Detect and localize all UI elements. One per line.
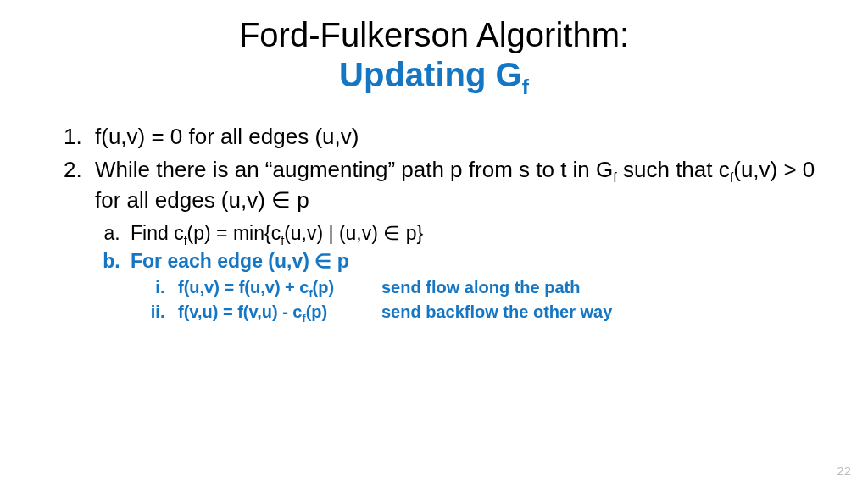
note-ii: send backflow the other way bbox=[381, 302, 612, 321]
step-2b-ii: f(v,u) = f(v,u) - cf(p)send backflow the… bbox=[170, 301, 817, 324]
step-2b-i: f(u,v) = f(u,v) + cf(p)send flow along t… bbox=[170, 276, 817, 299]
slide-body: f(u,v) = 0 for all edges (u,v) While the… bbox=[51, 122, 817, 323]
slide: Ford-Fulkerson Algorithm: Updating Gf f(… bbox=[0, 0, 868, 488]
step-2b: For each edge (u,v) ∈ p f(u,v) = f(u,v) … bbox=[125, 248, 817, 324]
title-line1: Ford-Fulkerson Algorithm: bbox=[239, 16, 629, 53]
step-2: While there is an “augmenting” path p fr… bbox=[88, 155, 817, 323]
step-2a: Find cf(p) = min{cf(u,v) | (u,v) ∈ p} bbox=[125, 220, 817, 247]
eq-i: f(u,v) = f(u,v) + cf(p) bbox=[178, 276, 381, 299]
step-1: f(u,v) = 0 for all edges (u,v) bbox=[88, 122, 817, 152]
eq-ii: f(v,u) = f(v,u) - cf(p) bbox=[178, 301, 381, 324]
algorithm-list: f(u,v) = 0 for all edges (u,v) While the… bbox=[51, 122, 817, 323]
slide-title: Ford-Fulkerson Algorithm: Updating Gf bbox=[51, 15, 817, 95]
subsubsteps: f(u,v) = f(u,v) + cf(p)send flow along t… bbox=[131, 276, 817, 324]
note-i: send flow along the path bbox=[381, 278, 580, 297]
page-number: 22 bbox=[837, 463, 851, 478]
title-line2: Updating Gf bbox=[339, 56, 529, 93]
substeps: Find cf(p) = min{cf(u,v) | (u,v) ∈ p} Fo… bbox=[95, 220, 817, 324]
